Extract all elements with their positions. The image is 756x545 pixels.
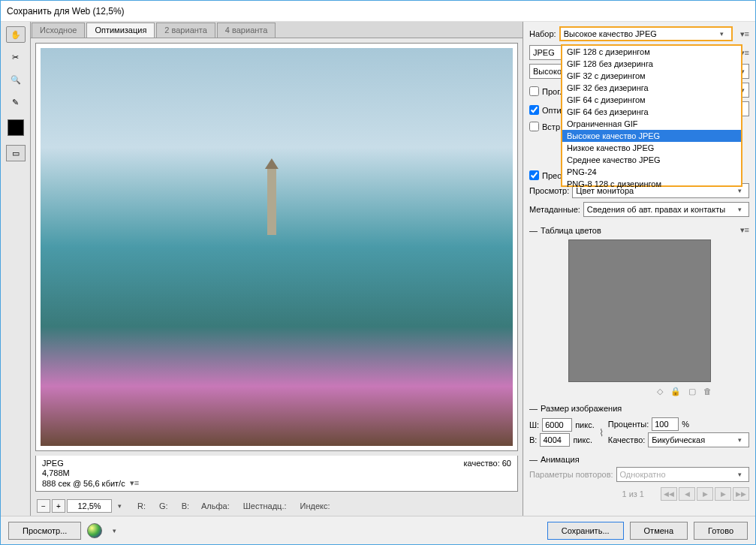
next-frame-button: ▶: [715, 487, 731, 501]
add-color-icon[interactable]: ▢: [688, 387, 696, 396]
format-select[interactable]: JPEG: [529, 45, 562, 60]
color-table-menu-icon[interactable]: ▾≡: [740, 225, 749, 235]
percent-input[interactable]: [652, 417, 679, 431]
tab-original[interactable]: Исходное: [32, 23, 85, 38]
first-frame-button: ◀◀: [661, 487, 677, 501]
loop-label: Параметры повторов:: [529, 470, 613, 479]
image-info-bar: JPEG 4,788M 888 сек @ 56,6 кбит/с ▾≡ кач…: [35, 456, 518, 492]
height-input[interactable]: [540, 433, 570, 447]
color-table-title: Таблица цветов: [541, 226, 601, 235]
animation-title: Анимация: [541, 455, 580, 464]
cancel-button[interactable]: Отмена: [630, 522, 688, 540]
slice-tool-icon[interactable]: ✂: [6, 49, 26, 65]
titlebar: Сохранить для Web (12,5%): [1, 1, 755, 22]
preset-menu-icon[interactable]: ▾≡: [740, 29, 749, 39]
info-quality: качество: 60: [463, 459, 511, 468]
lock-color-icon[interactable]: 🔒: [670, 387, 681, 396]
width-input[interactable]: [542, 418, 572, 432]
readout-index: Индекс:: [300, 501, 330, 510]
progressive-checkbox[interactable]: [529, 86, 539, 96]
browser-globe-icon[interactable]: [87, 523, 102, 538]
readout-hex: Шестнадц.:: [243, 501, 287, 510]
preset-dropdown-list: GIF 128 с дизерингом GIF 128 без дизерин…: [561, 44, 742, 187]
tab-4up[interactable]: 4 варианта: [217, 23, 276, 38]
last-frame-button: ▶▶: [733, 487, 749, 501]
window-title: Сохранить для Web (12,5%): [7, 6, 125, 17]
zoom-tool-icon[interactable]: 🔍: [6, 71, 26, 88]
prev-frame-button: ◀: [679, 487, 695, 501]
zoom-select[interactable]: [67, 499, 112, 513]
height-label: В:: [529, 435, 537, 444]
view-tabs: Исходное Оптимизация 2 варианта 4 вариан…: [31, 22, 523, 38]
delete-color-icon[interactable]: 🗑: [703, 387, 712, 396]
embed-profile-checkbox[interactable]: [529, 122, 539, 131]
readout-g: G:: [159, 501, 168, 510]
color-table[interactable]: [568, 239, 711, 382]
done-button[interactable]: Готово: [694, 522, 748, 540]
preset-option[interactable]: GIF 128 без дизеринга: [562, 58, 741, 70]
preset-option[interactable]: Ограниченная GIF: [562, 118, 741, 130]
tab-2up[interactable]: 2 варианта: [156, 23, 215, 38]
metadata-label: Метаданные:: [529, 205, 580, 214]
slice-visibility-icon[interactable]: ▭: [6, 145, 26, 161]
preset-option[interactable]: GIF 32 без дизеринга: [562, 82, 741, 94]
chevron-down-icon[interactable]: ▾: [113, 502, 125, 510]
preset-select[interactable]: Высокое качество JPEG ▾: [559, 26, 733, 41]
eyedropper-tool-icon[interactable]: ✎: [6, 94, 26, 110]
convert-srgb-checkbox[interactable]: [529, 170, 539, 180]
preset-option[interactable]: GIF 32 с дизерингом: [562, 70, 741, 82]
preset-label: Набор:: [529, 29, 556, 38]
chevron-down-icon[interactable]: ▾: [108, 527, 120, 534]
loop-select: Однократно▾: [616, 467, 749, 482]
preset-option[interactable]: GIF 64 без дизеринга: [562, 106, 741, 118]
info-filesize: 4,788M: [42, 468, 139, 477]
chevron-down-icon: ▾: [716, 30, 728, 38]
constrain-proportions-icon[interactable]: ⌇: [599, 427, 604, 438]
readout-alpha: Альфа:: [201, 501, 230, 510]
preset-option[interactable]: PNG-24: [562, 166, 741, 178]
width-label: Ш:: [529, 420, 539, 429]
zoom-in-button[interactable]: +: [52, 499, 65, 513]
metadata-select[interactable]: Сведения об авт. правах и контакты▾: [583, 202, 749, 217]
tool-palette: ✋ ✂ 🔍 ✎ ▭: [1, 22, 31, 516]
zoom-out-button[interactable]: −: [37, 499, 50, 513]
preset-option[interactable]: Высокое качество JPEG: [562, 130, 741, 142]
percent-label: Проценты:: [608, 420, 649, 429]
info-download-time: 888 сек @ 56,6 кбит/с: [42, 479, 125, 488]
preview-canvas[interactable]: [35, 43, 518, 451]
preset-option[interactable]: Среднее качество JPEG: [562, 154, 741, 166]
optimized-checkbox[interactable]: [529, 105, 539, 115]
eyedropper-color-swatch[interactable]: [8, 119, 24, 136]
resample-label: Качество:: [608, 435, 646, 444]
readout-b: B:: [182, 501, 189, 510]
info-menu-icon[interactable]: ▾≡: [130, 478, 139, 488]
preset-option[interactable]: GIF 64 с дизерингом: [562, 94, 741, 106]
readout-r: R:: [137, 501, 146, 510]
info-format: JPEG: [42, 459, 139, 468]
play-button: ▶: [697, 487, 713, 501]
image-size-title: Размер изображения: [541, 404, 622, 413]
map-web-icon[interactable]: ◇: [657, 387, 663, 396]
preset-option[interactable]: PNG-8 128 с дизерингом: [562, 178, 741, 190]
preset-option[interactable]: GIF 128 с дизерингом: [562, 46, 741, 58]
save-button[interactable]: Сохранить...: [547, 522, 624, 540]
tab-optimized[interactable]: Оптимизация: [86, 23, 155, 38]
preset-option[interactable]: Низкое качество JPEG: [562, 142, 741, 154]
frame-counter: 1 из 1: [622, 489, 644, 498]
resample-select[interactable]: Бикубическая▾: [648, 432, 749, 447]
hand-tool-icon[interactable]: ✋: [6, 26, 26, 43]
preview-browser-button[interactable]: Просмотр...: [8, 522, 81, 540]
